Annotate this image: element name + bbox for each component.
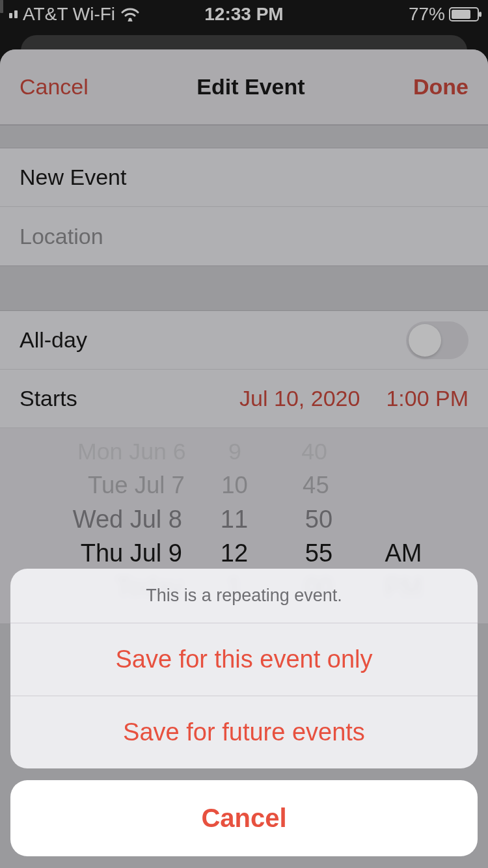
picker-row[interactable]: Mon Jun 6 9 40	[33, 436, 455, 468]
picker-row[interactable]: Thu Jul 9 12 55 AM	[20, 536, 468, 570]
toggle-knob	[409, 324, 441, 357]
svg-point-0	[129, 18, 132, 21]
status-bar: AT&T Wi-Fi 12:33 PM 77%	[0, 0, 488, 29]
picker-row[interactable]: Tue Jul 7 10 45	[29, 469, 459, 502]
all-day-row: All-day	[0, 311, 488, 370]
save-this-event-only-button[interactable]: Save for this event only	[10, 623, 478, 696]
event-location-placeholder: Location	[20, 224, 103, 249]
action-sheet-cancel-group: Cancel	[10, 780, 478, 856]
action-sheet-message: This is a repeating event.	[10, 569, 478, 623]
event-location-field[interactable]: Location	[0, 207, 488, 265]
modal-title: Edit Event	[197, 74, 305, 100]
starts-time-value: 1:00 PM	[386, 386, 468, 411]
starts-row[interactable]: Starts Jul 10, 2020 1:00 PM	[0, 370, 488, 428]
done-button[interactable]: Done	[413, 74, 468, 100]
starts-date-value: Jul 10, 2020	[239, 386, 360, 411]
save-future-events-button[interactable]: Save for future events	[10, 696, 478, 768]
picker-row[interactable]: Wed Jul 8 11 50	[20, 502, 468, 536]
section-gap	[0, 265, 488, 311]
action-sheet-cancel-button[interactable]: Cancel	[10, 780, 478, 856]
status-left: AT&T Wi-Fi	[9, 4, 204, 25]
modal-nav-bar: Cancel Edit Event Done	[0, 49, 488, 125]
event-title-field[interactable]: New Event	[0, 148, 488, 207]
title-location-group: New Event Location	[0, 148, 488, 265]
starts-label: Starts	[20, 386, 239, 411]
all-day-label: All-day	[20, 327, 406, 353]
carrier-label: AT&T Wi-Fi	[23, 4, 115, 25]
battery-fill	[452, 10, 470, 19]
section-gap	[0, 125, 488, 148]
status-right: 77%	[284, 4, 479, 25]
event-title-value: New Event	[20, 165, 126, 190]
signal-icon	[9, 10, 18, 18]
action-sheet-group: This is a repeating event. Save for this…	[10, 569, 478, 768]
battery-icon	[449, 7, 479, 21]
action-sheet: This is a repeating event. Save for this…	[10, 569, 478, 856]
wifi-icon	[120, 7, 140, 21]
battery-percent-label: 77%	[409, 4, 445, 25]
status-time: 12:33 PM	[204, 4, 283, 25]
cancel-button[interactable]: Cancel	[20, 74, 88, 100]
all-day-toggle[interactable]	[406, 321, 468, 359]
